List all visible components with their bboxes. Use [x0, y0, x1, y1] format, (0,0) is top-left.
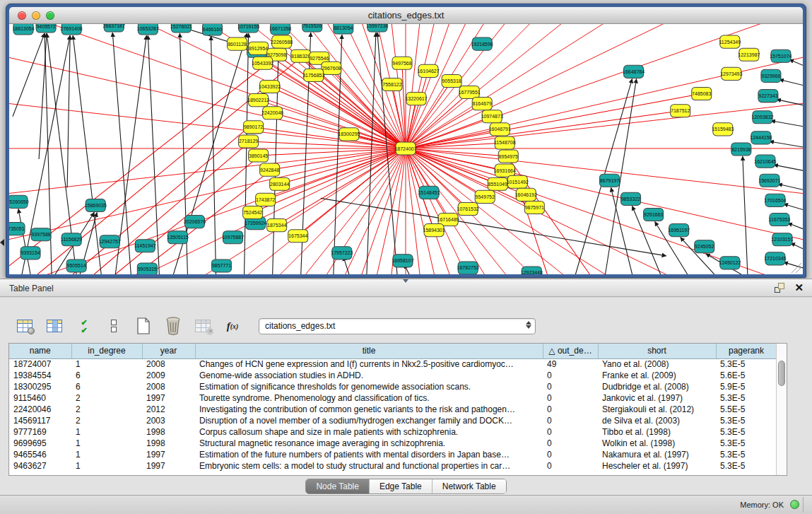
window-titlebar[interactable]: citations_edges.txt	[9, 7, 803, 24]
select-rows-icon[interactable]: ✔✔	[73, 316, 95, 336]
graph-node[interactable]: 9853322	[621, 192, 641, 205]
graph-node[interactable]: 10653287	[137, 24, 159, 35]
graph-node[interactable]: 11254349	[719, 35, 741, 48]
table-row[interactable]: 946362711997Embryonic stem cells: a mode…	[9, 460, 777, 472]
graph-node[interactable]: 10761532	[457, 202, 479, 215]
graph-node[interactable]: 7485083	[692, 88, 712, 100]
graph-node[interactable]: 12450122	[719, 257, 741, 269]
graph-node[interactable]: 8813054	[334, 24, 353, 34]
graph-node[interactable]: 5905315	[137, 263, 157, 274]
graph-node[interactable]: 13220617	[405, 93, 427, 105]
graph-node[interactable]: 15869035	[85, 199, 107, 211]
graph-node[interactable]: 10975887	[222, 231, 244, 244]
table-settings-icon[interactable]	[14, 316, 35, 336]
graph-node[interactable]: 12973493	[720, 67, 742, 80]
table-row[interactable]: 946554611997Estimation of the future num…	[9, 449, 777, 460]
graph-hub-node[interactable]: 18724007	[394, 142, 416, 155]
graph-node[interactable]: 7187512	[671, 105, 690, 117]
graph-node[interactable]: 10543392	[252, 57, 273, 69]
table-row[interactable]: 2242004622012Investigating the contribut…	[9, 404, 777, 415]
graph-node[interactable]: 7558122	[382, 78, 402, 90]
graph-node[interactable]: 26637187	[103, 24, 125, 32]
window-resize-grip[interactable]	[792, 263, 801, 273]
graph-node[interactable]: 9405572	[36, 24, 56, 33]
graph-node[interactable]: 15148451	[418, 186, 440, 199]
graph-node[interactable]: 11156829	[61, 233, 82, 246]
tab-network-table[interactable]: Network Table	[433, 479, 506, 493]
graph-node[interactable]: 2718129	[239, 135, 259, 148]
table-row[interactable]: 1830029562008Estimation of significance …	[9, 381, 777, 392]
tab-node-table[interactable]: Node Table	[306, 479, 370, 493]
graph-node[interactable]: 9055318	[442, 74, 461, 87]
graph-node[interactable]: 15159483	[712, 123, 734, 136]
graph-node[interactable]: 16671358	[269, 24, 291, 35]
graph-node[interactable]: 16046791	[489, 123, 511, 136]
graph-node[interactable]: 1875344	[267, 219, 287, 232]
graph-node[interactable]: 16951197	[668, 224, 690, 237]
graph-node[interactable]: 17210345	[764, 252, 786, 265]
graph-node[interactable]: 16958107	[392, 255, 413, 267]
graph-node[interactable]: 12444158	[750, 132, 772, 144]
row-height-icon[interactable]	[103, 316, 124, 336]
graph-node[interactable]: 31756853	[302, 69, 324, 81]
graph-node[interactable]: 10719155	[237, 24, 259, 33]
graph-node[interactable]: 12103151	[771, 233, 793, 246]
graph-node[interactable]: 15597236	[366, 24, 388, 32]
table-select-dropdown[interactable]: citations_edges.txt	[259, 318, 536, 334]
graph-node[interactable]: 9549752	[475, 190, 495, 203]
graph-node[interactable]: 7515526	[302, 24, 322, 32]
graph-node[interactable]: 16782753	[457, 262, 479, 274]
graph-node[interactable]: 16046192	[515, 188, 537, 201]
graph-node[interactable]: 8186328	[291, 49, 311, 62]
graph-node[interactable]: 9227343	[758, 90, 778, 103]
function-icon[interactable]: f(x)	[222, 316, 243, 336]
table-row[interactable]: 977716911998Corpus callosum shape and si…	[9, 426, 777, 438]
graph-node[interactable]: 9242848	[260, 163, 280, 176]
graph-node[interactable]: 12213987	[738, 48, 760, 61]
graph-node[interactable]: 3890145	[249, 149, 269, 162]
graph-node[interactable]: 16648784	[623, 65, 645, 78]
column-header-year[interactable]: year	[142, 344, 195, 358]
graph-node[interactable]: 11675353	[769, 214, 791, 226]
graph-node[interactable]: 16779551	[459, 86, 481, 98]
delete-rows-icon[interactable]	[163, 316, 184, 336]
graph-node[interactable]: 9497568	[392, 57, 412, 69]
splitter-handle-icon[interactable]	[403, 279, 408, 283]
table-row[interactable]: 1872400712008Changes of HCN gene express…	[9, 358, 777, 370]
graph-node[interactable]: 9857771	[212, 259, 232, 272]
graph-node[interactable]: 10151492	[507, 175, 529, 188]
graph-node[interactable]: 1675344	[288, 230, 308, 243]
graph-node[interactable]: 8601128	[228, 37, 247, 50]
graph-node[interactable]: 9393154	[20, 247, 40, 259]
graph-node[interactable]: 18300295	[338, 128, 360, 141]
graph-node[interactable]: 9875971	[524, 201, 544, 214]
column-header-short[interactable]: short	[598, 344, 716, 358]
column-header-in_degree[interactable]: in_degree	[71, 344, 142, 358]
table-row[interactable]: 911546021997Tourette syndrome. Phenomeno…	[9, 392, 777, 404]
graph-node[interactable]: 10433922	[259, 80, 281, 93]
graph-node[interactable]: 11548708	[494, 136, 516, 149]
graph-node[interactable]: 13505115	[167, 231, 189, 244]
graph-node[interactable]: 1743872	[256, 193, 276, 206]
graph-node[interactable]: 11451947	[134, 240, 156, 252]
graph-node[interactable]: 16210645	[754, 155, 776, 168]
graph-node[interactable]: 17957223	[331, 247, 353, 259]
column-header-name[interactable]: name	[9, 344, 71, 358]
graph-node[interactable]: 16104627	[417, 64, 439, 77]
graph-node[interactable]: 18813054	[12, 24, 34, 35]
float-panel-icon[interactable]	[775, 283, 784, 293]
table-column-icon[interactable]	[44, 316, 65, 336]
graph-node[interactable]: 10974873	[481, 110, 503, 123]
graph-node[interactable]: 17016504	[764, 194, 786, 206]
table-row[interactable]: 969969511998Structural magnetic resonanc…	[9, 438, 777, 449]
graph-node[interactable]: 8679197	[599, 174, 619, 187]
network-canvas[interactable]: 1881305494055722769140626637187106532871…	[9, 24, 803, 274]
graph-node[interactable]: 9329966	[761, 69, 781, 82]
graph-node[interactable]: 12942757	[99, 235, 121, 248]
graph-node[interactable]: 25260650	[9, 195, 29, 208]
column-header-out_de[interactable]: △ out_de…	[543, 344, 598, 358]
memory-status-icon[interactable]	[790, 500, 799, 509]
graph-node[interactable]: 6466160	[202, 24, 222, 35]
graph-node[interactable]: 1735051	[9, 223, 25, 235]
graph-node[interactable]: 15692071	[758, 174, 780, 187]
